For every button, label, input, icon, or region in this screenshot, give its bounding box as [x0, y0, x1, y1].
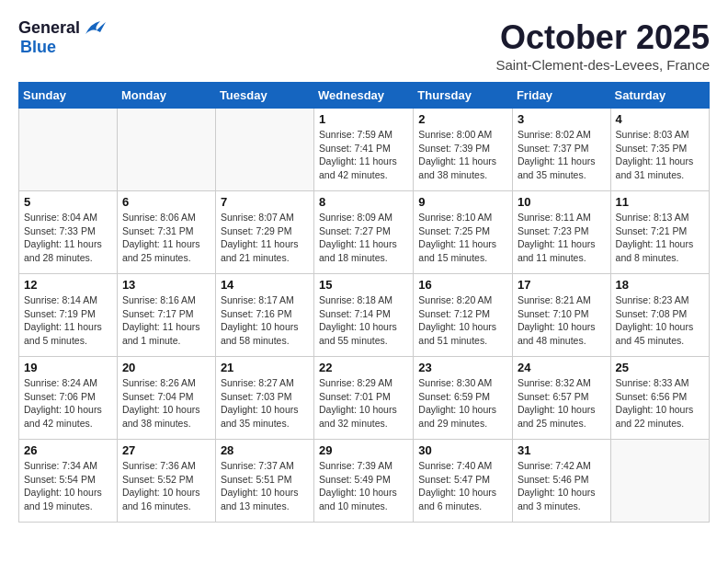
day-number: 11	[616, 195, 704, 209]
weekday-header-saturday: Saturday	[610, 83, 709, 109]
day-number: 24	[518, 361, 606, 374]
calendar-cell: 17Sunrise: 8:21 AM Sunset: 7:10 PM Dayli…	[512, 274, 610, 357]
calendar-cell: 8Sunrise: 8:09 AM Sunset: 7:27 PM Daylig…	[314, 191, 414, 274]
day-info: Sunrise: 8:06 AM Sunset: 7:31 PM Dayligh…	[122, 211, 210, 265]
day-number: 25	[616, 361, 704, 374]
day-info: Sunrise: 7:42 AM Sunset: 5:46 PM Dayligh…	[518, 459, 606, 513]
day-number: 5	[24, 195, 112, 209]
day-number: 14	[221, 278, 309, 292]
day-number: 7	[221, 195, 309, 209]
calendar-cell: 2Sunrise: 8:00 AM Sunset: 7:39 PM Daylig…	[414, 109, 513, 191]
day-number: 8	[319, 195, 408, 209]
day-number: 22	[319, 361, 408, 374]
calendar-cell: 25Sunrise: 8:33 AM Sunset: 6:56 PM Dayli…	[610, 357, 709, 440]
calendar-cell: 15Sunrise: 8:18 AM Sunset: 7:14 PM Dayli…	[314, 274, 414, 357]
calendar-cell: 5Sunrise: 8:04 AM Sunset: 7:33 PM Daylig…	[19, 191, 118, 274]
day-number: 4	[616, 112, 704, 126]
weekday-header-sunday: Sunday	[19, 83, 118, 109]
day-info: Sunrise: 8:21 AM Sunset: 7:10 PM Dayligh…	[518, 293, 606, 348]
calendar-cell: 3Sunrise: 8:02 AM Sunset: 7:37 PM Daylig…	[512, 109, 610, 191]
calendar-cell: 1Sunrise: 7:59 AM Sunset: 7:41 PM Daylig…	[314, 109, 414, 191]
calendar-cell: 27Sunrise: 7:36 AM Sunset: 5:52 PM Dayli…	[117, 440, 215, 523]
day-number: 15	[319, 278, 408, 292]
calendar-cell: 30Sunrise: 7:40 AM Sunset: 5:47 PM Dayli…	[414, 440, 513, 523]
day-info: Sunrise: 8:33 AM Sunset: 6:56 PM Dayligh…	[616, 376, 704, 431]
day-info: Sunrise: 7:36 AM Sunset: 5:52 PM Dayligh…	[122, 459, 210, 513]
day-info: Sunrise: 8:23 AM Sunset: 7:08 PM Dayligh…	[616, 293, 704, 348]
day-info: Sunrise: 8:16 AM Sunset: 7:17 PM Dayligh…	[122, 293, 210, 348]
week-row-1: 1Sunrise: 7:59 AM Sunset: 7:41 PM Daylig…	[19, 109, 710, 191]
day-info: Sunrise: 8:27 AM Sunset: 7:03 PM Dayligh…	[221, 376, 309, 431]
day-number: 23	[418, 361, 507, 374]
title-block: October 2025 Saint-Clement-des-Levees, F…	[495, 18, 710, 73]
month-title: October 2025	[495, 18, 710, 57]
day-info: Sunrise: 8:17 AM Sunset: 7:16 PM Dayligh…	[221, 293, 309, 348]
day-info: Sunrise: 8:26 AM Sunset: 7:04 PM Dayligh…	[122, 376, 210, 431]
calendar-cell: 22Sunrise: 8:29 AM Sunset: 7:01 PM Dayli…	[314, 357, 414, 440]
weekday-header-friday: Friday	[512, 83, 610, 109]
day-info: Sunrise: 7:37 AM Sunset: 5:51 PM Dayligh…	[221, 459, 309, 513]
calendar-cell	[610, 440, 709, 523]
weekday-header-tuesday: Tuesday	[215, 83, 313, 109]
day-info: Sunrise: 8:00 AM Sunset: 7:39 PM Dayligh…	[418, 128, 507, 182]
day-info: Sunrise: 8:09 AM Sunset: 7:27 PM Dayligh…	[319, 211, 408, 265]
day-info: Sunrise: 8:07 AM Sunset: 7:29 PM Dayligh…	[221, 211, 309, 265]
calendar-cell: 12Sunrise: 8:14 AM Sunset: 7:19 PM Dayli…	[19, 274, 118, 357]
day-info: Sunrise: 7:34 AM Sunset: 5:54 PM Dayligh…	[24, 459, 112, 513]
weekday-header-row: SundayMondayTuesdayWednesdayThursdayFrid…	[19, 83, 710, 109]
day-number: 12	[24, 278, 112, 292]
calendar-cell: 19Sunrise: 8:24 AM Sunset: 7:06 PM Dayli…	[19, 357, 118, 440]
day-number: 30	[418, 443, 507, 457]
logo-text: General	[18, 18, 108, 38]
calendar-table: SundayMondayTuesdayWednesdayThursdayFrid…	[18, 82, 710, 523]
day-number: 27	[122, 443, 210, 457]
logo-bird-icon	[82, 17, 108, 38]
calendar-cell: 7Sunrise: 8:07 AM Sunset: 7:29 PM Daylig…	[215, 191, 313, 274]
calendar-cell: 16Sunrise: 8:20 AM Sunset: 7:12 PM Dayli…	[414, 274, 513, 357]
day-info: Sunrise: 8:02 AM Sunset: 7:37 PM Dayligh…	[518, 128, 606, 182]
day-info: Sunrise: 8:32 AM Sunset: 6:57 PM Dayligh…	[518, 376, 606, 431]
day-number: 19	[24, 361, 112, 374]
day-number: 28	[221, 443, 309, 457]
calendar-cell: 23Sunrise: 8:30 AM Sunset: 6:59 PM Dayli…	[414, 357, 513, 440]
week-row-5: 26Sunrise: 7:34 AM Sunset: 5:54 PM Dayli…	[19, 440, 710, 523]
day-number: 2	[418, 112, 507, 126]
day-number: 18	[616, 278, 704, 292]
day-info: Sunrise: 8:10 AM Sunset: 7:25 PM Dayligh…	[418, 211, 507, 265]
day-info: Sunrise: 7:59 AM Sunset: 7:41 PM Dayligh…	[319, 128, 408, 182]
day-info: Sunrise: 7:40 AM Sunset: 5:47 PM Dayligh…	[418, 459, 507, 513]
calendar-cell: 10Sunrise: 8:11 AM Sunset: 7:23 PM Dayli…	[512, 191, 610, 274]
day-number: 10	[518, 195, 606, 209]
day-info: Sunrise: 7:39 AM Sunset: 5:49 PM Dayligh…	[319, 459, 408, 513]
day-number: 3	[518, 112, 606, 126]
day-number: 26	[24, 443, 112, 457]
day-number: 17	[518, 278, 606, 292]
calendar-cell: 9Sunrise: 8:10 AM Sunset: 7:25 PM Daylig…	[414, 191, 513, 274]
calendar-cell: 18Sunrise: 8:23 AM Sunset: 7:08 PM Dayli…	[610, 274, 709, 357]
day-info: Sunrise: 8:18 AM Sunset: 7:14 PM Dayligh…	[319, 293, 408, 348]
day-info: Sunrise: 8:11 AM Sunset: 7:23 PM Dayligh…	[518, 211, 606, 265]
calendar-cell: 4Sunrise: 8:03 AM Sunset: 7:35 PM Daylig…	[610, 109, 709, 191]
logo-general: General	[18, 18, 80, 37]
location-title: Saint-Clement-des-Levees, France	[495, 57, 710, 73]
day-number: 21	[221, 361, 309, 374]
calendar-cell: 13Sunrise: 8:16 AM Sunset: 7:17 PM Dayli…	[117, 274, 215, 357]
day-info: Sunrise: 8:30 AM Sunset: 6:59 PM Dayligh…	[418, 376, 507, 431]
day-number: 13	[122, 278, 210, 292]
page-header: General Blue October 2025 Saint-Clement-…	[18, 18, 710, 73]
calendar-cell	[19, 109, 118, 191]
week-row-2: 5Sunrise: 8:04 AM Sunset: 7:33 PM Daylig…	[19, 191, 710, 274]
calendar-cell	[215, 109, 313, 191]
calendar-cell: 29Sunrise: 7:39 AM Sunset: 5:49 PM Dayli…	[314, 440, 414, 523]
day-info: Sunrise: 8:24 AM Sunset: 7:06 PM Dayligh…	[24, 376, 112, 431]
calendar-cell: 26Sunrise: 7:34 AM Sunset: 5:54 PM Dayli…	[19, 440, 118, 523]
day-info: Sunrise: 8:04 AM Sunset: 7:33 PM Dayligh…	[24, 211, 112, 265]
logo-blue-row: Blue	[18, 38, 56, 57]
day-number: 31	[518, 443, 606, 457]
calendar-cell: 31Sunrise: 7:42 AM Sunset: 5:46 PM Dayli…	[512, 440, 610, 523]
calendar-cell: 14Sunrise: 8:17 AM Sunset: 7:16 PM Dayli…	[215, 274, 313, 357]
week-row-3: 12Sunrise: 8:14 AM Sunset: 7:19 PM Dayli…	[19, 274, 710, 357]
weekday-header-wednesday: Wednesday	[314, 83, 414, 109]
day-info: Sunrise: 8:03 AM Sunset: 7:35 PM Dayligh…	[616, 128, 704, 182]
day-info: Sunrise: 8:20 AM Sunset: 7:12 PM Dayligh…	[418, 293, 507, 348]
